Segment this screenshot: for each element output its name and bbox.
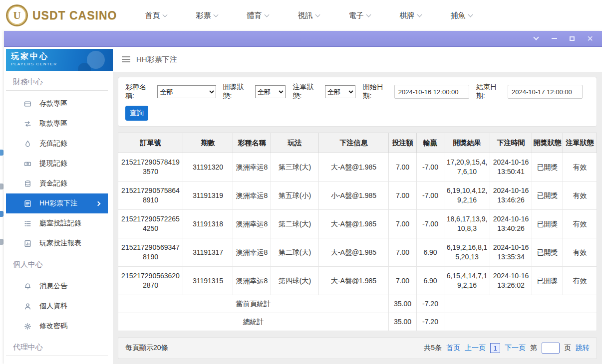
coins-icon [24,180,31,187]
cell-time: 2024-10-16 13:35:34 [490,238,532,267]
banknote-icon [24,160,31,168]
cell-play: 第二球(大) [271,210,319,238]
column-header: 注單狀態 [563,133,597,153]
sidebar-item-label: HH彩票下注 [39,199,77,208]
window-collapse-icon[interactable] [532,34,540,42]
cell-draw_status: 已開獎 [532,153,563,182]
logo[interactable]: U USDT CASINO [0,4,117,26]
nav-item-label: 捕魚 [450,11,465,20]
table-header-row: 訂單號期數彩種名稱玩法下注信息投注額輸贏開獎結果下注時間開獎狀態注單狀態 [118,133,597,153]
cell-result: 17,20,9,15,4,7,6,10 [444,153,490,182]
end-date-label: 結束日期: [476,83,505,101]
cell-order: 2152172905722654250 [118,210,183,238]
sidebar-item-withdraw-record[interactable]: 提現記錄 [6,154,108,174]
chevron-down-icon [265,12,270,17]
sidebar-item-player-bet-report[interactable]: 玩家投注報表 [6,233,108,253]
jump-suffix-label: 页 [564,344,571,353]
chevron-down-icon [315,12,320,17]
summary-row: 當前頁統計35.00-7.20 [118,295,597,313]
sidebar-item-profile[interactable]: 個人資料 [6,296,108,316]
sidebar-item-funds-record[interactable]: 資金記錄 [6,174,108,193]
cell-bet_info: 大-A盤@1.985 [319,210,389,238]
sidebar-section-label: 代理中心 [6,336,108,356]
nav-item-video[interactable]: 視訊 [298,11,319,20]
cell-amount: 7.00 [389,182,417,210]
page-jump-input[interactable] [542,343,560,354]
cell-play: 第二球(大) [271,238,319,267]
nav-item-electronic[interactable]: 電子 [348,11,370,20]
cell-bet_info: 小-A盤@1.985 [319,182,389,210]
column-header: 彩種名稱 [233,133,271,153]
nav-item-sports[interactable]: 體育 [247,11,269,20]
chevron-down-icon [366,12,371,17]
sidebar-menu: 財務中心存款專區取款專區充值記錄提現記錄資金記錄HH彩票下注廳室投註記錄玩家投注… [6,71,113,356]
window-titlebar: × [4,31,602,47]
total-count-label: 共5条 [424,344,442,353]
menu-toggle-icon[interactable] [122,59,130,60]
end-date-input[interactable] [508,85,583,99]
nav-item-home[interactable]: 首頁 [145,11,167,20]
main-area: HH彩票下注 彩種名稱: 全部 開獎狀態: [113,47,602,364]
cell-order_status: 有效 [563,153,597,182]
first-page-link[interactable]: 首页 [446,344,460,353]
exchange-icon [24,120,31,128]
cell-bet_info: 大-A盤@1.985 [319,238,389,267]
summary-winloss-total: -7.20 [417,295,444,313]
sidebar-item-change-password[interactable]: 修改密碼 [6,316,108,336]
cell-bet_info: 大-A盤@1.985 [319,153,389,182]
page-header: HH彩票下注 [113,47,602,72]
cell-period: 31191320 [183,153,233,182]
column-header: 下注時間 [490,133,532,153]
cell-order: 2152172905758648910 [118,182,183,210]
sidebar-item-hh-lottery-bets[interactable]: HH彩票下注 [6,193,108,213]
cell-order: 2152172905636202870 [118,267,183,295]
column-header: 開獎結果 [444,133,490,153]
cell-lottery: 澳洲幸运8 [233,153,271,182]
summary-bet-total: 35.00 [389,295,417,313]
order-status-select[interactable]: 全部 [325,85,356,98]
cell-result: 6,19,2,16,8,15,20,13 [444,238,490,267]
sidebar-section-label: 個人中心 [6,253,108,273]
nav-item-label: 體育 [247,11,262,20]
sidebar-item-label: 取款專區 [39,119,67,128]
jump-link[interactable]: 跳转 [576,344,590,353]
sidebar-item-recharge-record[interactable]: 充值記錄 [6,134,108,154]
logo-text: USDT CASINO [32,9,117,22]
draw-status-select[interactable]: 全部 [255,85,286,98]
sidebar-item-hall-bet-record[interactable]: 廳室投註記錄 [6,213,108,233]
cell-amount: 7.00 [389,210,417,238]
prev-page-link[interactable]: 上一页 [465,344,486,353]
window-minimize-icon[interactable] [550,34,558,42]
sidebar-item-label: 玩家投注報表 [39,239,81,248]
sidebar-item-label: 提現記錄 [39,159,67,168]
droplet-icon [24,140,31,148]
nav-item-fishing[interactable]: 捕魚 [450,11,472,20]
window-maximize-icon[interactable] [568,34,576,42]
cell-bet_info: 大-A盤@1.985 [319,267,389,295]
current-page-indicator[interactable]: 1 [490,343,500,353]
column-header: 玩法 [271,133,319,153]
top-navbar: U USDT CASINO 首頁彩票體育視訊電子棋牌捕魚 [0,0,602,31]
table-row: 215217290578419357031191320澳洲幸运8第三球(大)大-… [118,153,597,182]
page-size-label: 每頁顯示20條 [125,344,168,353]
lottery-select[interactable]: 全部 [157,85,216,98]
next-page-link[interactable]: 下一页 [505,344,526,353]
sidebar-item-announcements[interactable]: 消息公告 [6,276,108,296]
search-button[interactable]: 查詢 [125,106,148,121]
nav-item-lottery[interactable]: 彩票 [196,11,218,20]
cell-play: 第四球(大) [271,267,319,295]
column-header: 期數 [183,133,233,153]
jump-prefix-label: 第 [530,344,537,353]
list-icon [24,220,31,227]
sidebar-item-deposit-zone[interactable]: 存款專區 [6,94,108,114]
pager: 共5条 首页 上一页 1 下一页 第 页 跳转 [424,343,590,354]
cell-result: 6,19,10,4,12,9,2,16 [444,182,490,210]
sidebar-item-withdraw-zone[interactable]: 取款專區 [6,114,108,134]
cell-time: 2024-10-16 13:26:02 [490,267,532,295]
sidebar-item-label: 充值記錄 [39,139,67,148]
start-date-label: 開始日期: [362,83,391,101]
window-close-icon[interactable]: × [586,34,594,42]
start-date-input[interactable] [394,85,469,99]
cell-draw_status: 已開獎 [532,210,563,238]
nav-item-board-games[interactable]: 棋牌 [399,11,421,20]
